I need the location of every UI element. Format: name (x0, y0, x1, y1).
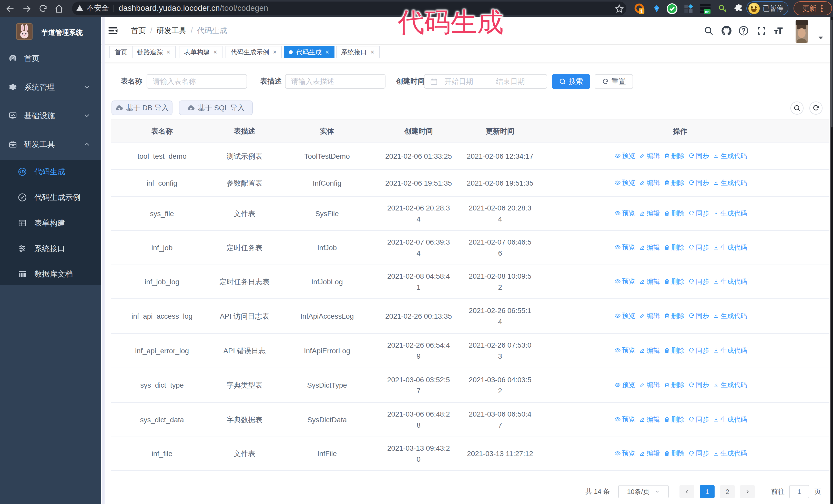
svg-text:1: 1 (640, 8, 643, 14)
svg-text:on: on (705, 9, 710, 14)
